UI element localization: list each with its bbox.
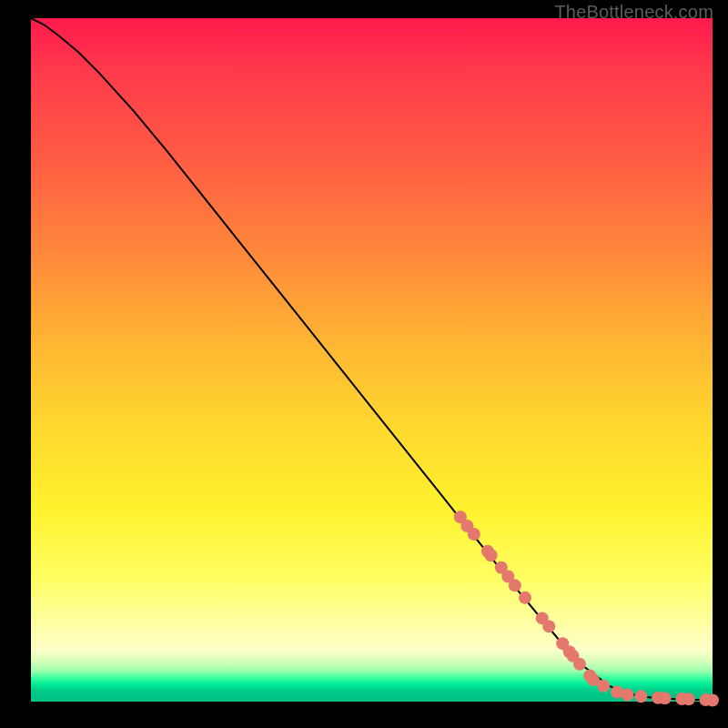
highlight-dot (682, 693, 695, 705)
highlight-dot (519, 592, 531, 604)
chart-frame: TheBottleneck.com (0, 0, 728, 728)
curve-line (31, 18, 713, 701)
highlight-dot (468, 528, 480, 541)
highlight-dot (634, 690, 647, 703)
plot-area (31, 18, 713, 702)
chart-svg (31, 18, 713, 702)
highlight-dot (542, 620, 555, 632)
highlight-dot (509, 579, 521, 592)
highlight-dot (659, 692, 672, 704)
highlight-dot (597, 680, 610, 693)
highlight-dot (573, 658, 586, 671)
highlight-dots-group (454, 511, 719, 706)
highlight-dot (621, 688, 633, 701)
watermark-text: TheBottleneck.com (554, 2, 713, 23)
highlight-dot (706, 694, 719, 707)
highlight-dot (485, 549, 498, 561)
